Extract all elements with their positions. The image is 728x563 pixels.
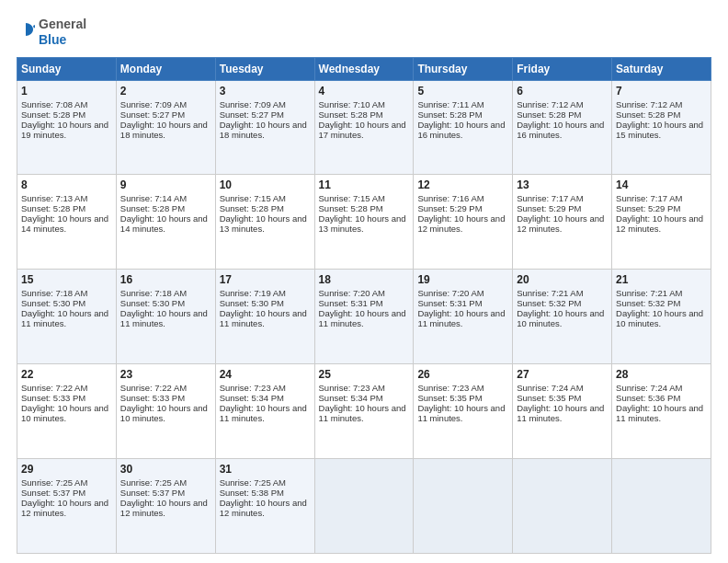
day-number: 21 [616,273,707,286]
table-row: 10 Sunrise: 7:15 AM Sunset: 5:28 PM Dayl… [215,175,314,270]
table-row: 16 Sunrise: 7:18 AM Sunset: 5:30 PM Dayl… [116,270,215,364]
daylight-label: Daylight: 10 hours and 11 minutes. [220,308,307,328]
daylight-label: Daylight: 10 hours and 18 minutes. [220,120,307,140]
table-row: 21 Sunrise: 7:21 AM Sunset: 5:32 PM Dayl… [612,270,711,364]
sunset-label: Sunset: 5:37 PM [21,488,85,498]
sunset-label: Sunset: 5:29 PM [616,203,680,213]
daylight-label: Daylight: 10 hours and 14 minutes. [21,213,108,234]
sunset-label: Sunset: 5:33 PM [120,393,185,403]
sunrise-label: Sunrise: 7:20 AM [417,288,483,298]
table-row: 14 Sunrise: 7:17 AM Sunset: 5:29 PM Dayl… [612,175,711,270]
sunrise-label: Sunrise: 7:18 AM [21,288,87,298]
sunset-label: Sunset: 5:34 PM [319,393,383,403]
sunrise-label: Sunrise: 7:25 AM [21,477,87,488]
sunset-label: Sunset: 5:28 PM [616,109,680,120]
table-row: 15 Sunrise: 7:18 AM Sunset: 5:30 PM Dayl… [17,270,117,364]
day-number: 24 [220,368,311,381]
sunset-label: Sunset: 5:29 PM [417,203,482,213]
sunrise-label: Sunrise: 7:25 AM [120,477,187,488]
day-number: 8 [21,178,112,191]
sunrise-label: Sunrise: 7:08 AM [21,99,87,109]
day-number: 9 [120,178,211,191]
logo-bird-icon [17,21,35,43]
table-row: 9 Sunrise: 7:14 AM Sunset: 5:28 PM Dayli… [116,175,215,270]
calendar-table: Sunday Monday Tuesday Wednesday Thursday… [17,57,711,554]
sunset-label: Sunset: 5:32 PM [616,298,680,308]
sunset-label: Sunset: 5:28 PM [21,109,85,120]
sunrise-label: Sunrise: 7:20 AM [319,288,385,298]
table-row: 11 Sunrise: 7:15 AM Sunset: 5:28 PM Dayl… [314,175,414,270]
table-row: 19 Sunrise: 7:20 AM Sunset: 5:31 PM Dayl… [414,270,513,364]
page-container: General Blue Sunday Monday Tuesday Wedne… [0,0,728,563]
day-number: 13 [517,178,608,191]
sunset-label: Sunset: 5:33 PM [21,393,85,403]
table-row: 23 Sunrise: 7:22 AM Sunset: 5:33 PM Dayl… [116,364,215,459]
table-row: 18 Sunrise: 7:20 AM Sunset: 5:31 PM Dayl… [314,270,414,364]
day-number: 18 [319,273,410,286]
sunrise-label: Sunrise: 7:19 AM [220,288,286,298]
sunrise-label: Sunrise: 7:23 AM [220,383,286,393]
daylight-label: Daylight: 10 hours and 10 minutes. [616,308,703,328]
day-number: 3 [220,85,311,98]
table-row: 24 Sunrise: 7:23 AM Sunset: 5:34 PM Dayl… [215,364,314,459]
daylight-label: Daylight: 10 hours and 11 minutes. [417,308,505,328]
day-number: 16 [120,273,211,286]
daylight-label: Daylight: 10 hours and 12 minutes. [616,213,703,234]
table-row: 12 Sunrise: 7:16 AM Sunset: 5:29 PM Dayl… [414,175,513,270]
sunset-label: Sunset: 5:34 PM [220,393,284,403]
table-row: 4 Sunrise: 7:10 AM Sunset: 5:28 PM Dayli… [314,80,414,175]
day-number: 15 [21,273,112,286]
col-friday: Friday [513,57,612,80]
table-row: 3 Sunrise: 7:09 AM Sunset: 5:27 PM Dayli… [215,80,314,175]
sunrise-label: Sunrise: 7:09 AM [120,99,187,109]
col-thursday: Thursday [414,57,513,80]
sunrise-label: Sunrise: 7:24 AM [616,383,682,393]
daylight-label: Daylight: 10 hours and 19 minutes. [21,120,108,140]
sunrise-label: Sunrise: 7:15 AM [319,193,385,203]
table-row [612,459,711,554]
day-number: 5 [417,85,508,98]
col-saturday: Saturday [612,57,711,80]
sunset-label: Sunset: 5:28 PM [417,109,482,120]
table-row: 26 Sunrise: 7:23 AM Sunset: 5:35 PM Dayl… [414,364,513,459]
sunset-label: Sunset: 5:36 PM [616,393,680,403]
sunset-label: Sunset: 5:28 PM [319,109,383,120]
daylight-label: Daylight: 10 hours and 11 minutes. [220,403,307,423]
header: General Blue [17,17,711,48]
table-row: 28 Sunrise: 7:24 AM Sunset: 5:36 PM Dayl… [612,364,711,459]
sunrise-label: Sunrise: 7:21 AM [517,288,583,298]
col-monday: Monday [116,57,215,80]
logo-blue-text: Blue [39,32,86,48]
table-row: 13 Sunrise: 7:17 AM Sunset: 5:29 PM Dayl… [513,175,612,270]
day-number: 14 [616,178,707,191]
sunrise-label: Sunrise: 7:17 AM [517,193,583,203]
table-row: 30 Sunrise: 7:25 AM Sunset: 5:37 PM Dayl… [116,459,215,554]
day-number: 1 [21,85,112,98]
daylight-label: Daylight: 10 hours and 11 minutes. [120,308,208,328]
daylight-label: Daylight: 10 hours and 14 minutes. [120,213,208,234]
daylight-label: Daylight: 10 hours and 15 minutes. [616,120,703,140]
col-sunday: Sunday [17,57,117,80]
day-number: 31 [220,463,311,476]
table-row: 31 Sunrise: 7:25 AM Sunset: 5:38 PM Dayl… [215,459,314,554]
sunrise-label: Sunrise: 7:15 AM [220,193,286,203]
day-number: 23 [120,368,211,381]
table-row: 25 Sunrise: 7:23 AM Sunset: 5:34 PM Dayl… [314,364,414,459]
daylight-label: Daylight: 10 hours and 10 minutes. [120,403,208,423]
day-number: 27 [517,368,608,381]
daylight-label: Daylight: 10 hours and 13 minutes. [319,213,406,234]
calendar-header-row: Sunday Monday Tuesday Wednesday Thursday… [17,57,711,80]
table-row: 7 Sunrise: 7:12 AM Sunset: 5:28 PM Dayli… [612,80,711,175]
col-tuesday: Tuesday [215,57,314,80]
day-number: 28 [616,368,707,381]
sunset-label: Sunset: 5:28 PM [21,203,85,213]
day-number: 6 [517,85,608,98]
sunset-label: Sunset: 5:30 PM [21,298,85,308]
table-row [513,459,612,554]
daylight-label: Daylight: 10 hours and 12 minutes. [21,498,108,518]
table-row: 29 Sunrise: 7:25 AM Sunset: 5:37 PM Dayl… [17,459,117,554]
daylight-label: Daylight: 10 hours and 18 minutes. [120,120,208,140]
sunset-label: Sunset: 5:28 PM [319,203,383,213]
table-row: 27 Sunrise: 7:24 AM Sunset: 5:35 PM Dayl… [513,364,612,459]
day-number: 20 [517,273,608,286]
